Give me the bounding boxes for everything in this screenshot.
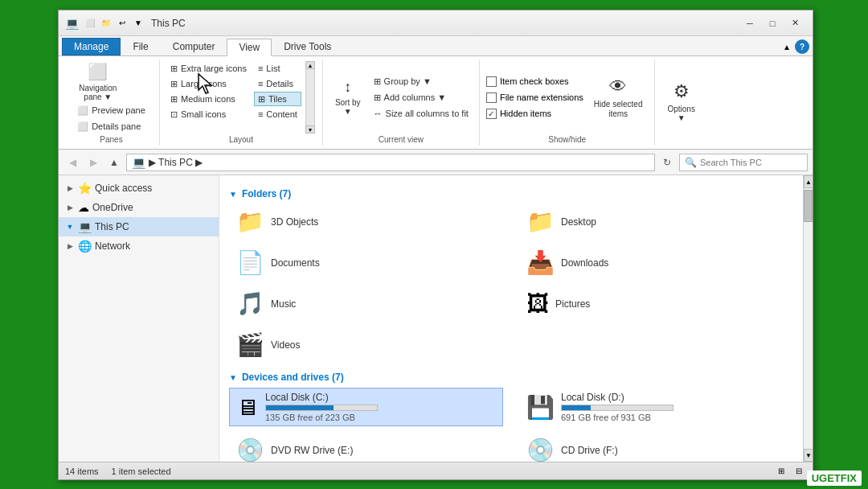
item-check-boxes-checkbox[interactable] [486,76,497,87]
options-group: ⚙ Options▼ [655,60,706,146]
tiles-button[interactable]: ⊞ Tiles [254,92,301,106]
folder-icon: 🎵 [236,290,264,317]
content-button[interactable]: ≡ Content [254,107,301,121]
current-view-group: ↕ Sort by▼ ⊞ Group by ▼ ⊞ Add columns ▼ [323,60,480,146]
folder-desktop[interactable]: 📁 Desktop [519,204,793,239]
drive-e-info: DVD RW Drive (E:) [271,445,353,456]
hidden-items-checkbox[interactable] [486,109,497,119]
folders-chevron[interactable]: ▼ [229,190,237,199]
drives-section-header: ▼ Devices and drives (7) [229,372,793,383]
add-columns-button[interactable]: ⊞ Add columns ▼ [370,90,473,105]
drive-f[interactable]: 💿 CD Drive (F:) [519,433,793,462]
ribbon-collapse[interactable]: ▲ [779,39,795,54]
drive-d-icon: 💾 [526,394,555,421]
search-input[interactable] [700,158,811,167]
folder-videos[interactable]: 🎬 Videos [229,327,503,362]
sort-by-button[interactable]: ↕ Sort by▼ [330,76,366,118]
drives-section-title: Devices and drives (7) [242,372,344,383]
help-button[interactable]: ? [795,39,809,54]
current-view-label: Current view [330,135,473,144]
explorer-window: 💻 ⬜ 📁 ↩ ▼ This PC ─ □ ✕ Manage File Comp… [58,10,813,480]
back-button[interactable]: ◀ [63,154,81,171]
preview-pane-button[interactable]: ⬜ Preview pane [73,103,149,117]
refresh-button[interactable]: ↻ [658,154,676,171]
large-icons-button[interactable]: ⊞ Large icons [166,76,251,91]
panes-label: Panes [70,135,153,144]
file-name-extensions-checkbox[interactable] [486,92,497,103]
tab-drive-tools[interactable]: Drive Tools [272,38,343,55]
details-button[interactable]: ≡ Details [254,76,301,91]
layout-scroll-up[interactable]: ▲ [305,61,315,69]
sidebar-item-this-pc[interactable]: ▼ 💻 This PC [59,217,219,236]
folder-name: Downloads [561,257,608,269]
drive-e[interactable]: 💿 DVD RW Drive (E:) [229,433,503,462]
drive-d[interactable]: 💾 Local Disk (D:) 691 GB free of 931 GB [519,388,793,426]
ribbon-tabs: Manage File Computer View Drive Tools ▲ … [59,36,813,55]
hidden-items-label: Hidden items [500,109,551,118]
details-pane-button[interactable]: ⬜ Details pane [73,119,145,134]
status-right: ⊞ ⊟ [774,465,806,478]
folder-pictures[interactable]: 🖼 Pictures [519,286,793,321]
drive-d-bar [562,405,591,410]
chevron-icon: ▶ [65,203,75,212]
scrollbar-up[interactable]: ▲ [804,175,813,188]
drive-c-bar [266,405,334,410]
tab-view[interactable]: View [227,39,272,56]
drive-c-name: Local Disk (C:) [265,392,378,403]
qat-new-folder[interactable]: 📁 [98,16,114,31]
folder-name: Desktop [561,216,596,228]
search-box: 🔍 [679,154,808,171]
layout-scroll-down[interactable]: ▼ [305,125,315,134]
address-path[interactable]: 💻 ▶ This PC ▶ [126,154,655,171]
folder-music[interactable]: 🎵 Music [229,286,503,321]
small-icons-button[interactable]: ⊡ Small icons [166,107,251,121]
drive-c[interactable]: 🖥 Local Disk (C:) 135 GB free of 223 GB [229,388,503,426]
preview-pane-icon: ⬜ [77,105,88,116]
tab-computer[interactable]: Computer [161,38,227,55]
drive-f-info: CD Drive (F:) [561,445,618,456]
quick-access-icon: ⭐ [78,182,92,195]
vertical-scrollbar[interactable]: ▲ ▼ [803,175,813,462]
qat-dropdown[interactable]: ▼ [130,16,146,31]
tab-manage[interactable]: Manage [62,38,121,55]
up-button[interactable]: ▲ [105,154,123,171]
group-by-button[interactable]: ⊞ Group by ▼ [370,74,473,88]
extra-large-icons-button[interactable]: ⊞ Extra large icons [166,61,251,76]
folder-downloads[interactable]: 📥 Downloads [519,245,793,280]
details-view-toggle[interactable]: ⊞ [774,465,788,478]
options-button[interactable]: ⚙ Options▼ [661,79,700,125]
close-button[interactable]: ✕ [784,15,806,31]
drive-d-free: 691 GB free of 931 GB [561,413,674,422]
qat-properties[interactable]: ⬜ [82,16,98,31]
folder-3d-objects[interactable]: 📁 3D Objects [229,204,503,239]
minimize-button[interactable]: ─ [739,15,761,31]
scrollbar-thumb[interactable] [804,190,813,222]
sidebar-item-network[interactable]: ▶ 🌐 Network [59,236,219,256]
scrollbar-down[interactable]: ▼ [804,449,813,462]
selected-count: 1 item selected [112,466,171,476]
folder-name: 3D Objects [271,216,318,228]
tiles-view-toggle[interactable]: ⊟ [792,465,806,478]
sidebar-item-quick-access[interactable]: ▶ ⭐ Quick access [59,179,219,198]
sidebar: ▶ ⭐ Quick access ▶ ☁ OneDrive ▼ 💻 This P… [59,175,219,462]
drive-c-free: 135 GB free of 223 GB [265,413,378,422]
title-text: This PC [151,18,739,29]
folder-name: Videos [271,339,300,351]
list-button[interactable]: ≡ List [254,61,301,76]
navigation-pane-button[interactable]: ⬜ Navigationpane ▼ [73,61,122,101]
sidebar-item-onedrive[interactable]: ▶ ☁ OneDrive [59,198,219,217]
search-icon: 🔍 [685,157,697,168]
maximize-button[interactable]: □ [761,15,784,31]
folder-documents[interactable]: 📄 Documents [229,245,503,280]
window-icon: 💻 [65,17,79,30]
forward-button[interactable]: ▶ [84,154,102,171]
drives-chevron[interactable]: ▼ [229,373,237,382]
title-bar: 💻 ⬜ 📁 ↩ ▼ This PC ─ □ ✕ [59,10,813,36]
item-check-boxes-label: Item check boxes [500,76,569,86]
qat-undo[interactable]: ↩ [114,16,130,31]
tab-file[interactable]: File [121,38,160,55]
folders-grid: 📁 3D Objects 📁 Desktop 📄 Documents 📥 Dow… [229,204,793,362]
medium-icons-button[interactable]: ⊞ Medium icons [166,92,251,106]
hide-selected-button[interactable]: 👁 Hide selected items [588,74,649,121]
size-all-columns-button[interactable]: ↔ Size all columns to fit [370,106,473,121]
